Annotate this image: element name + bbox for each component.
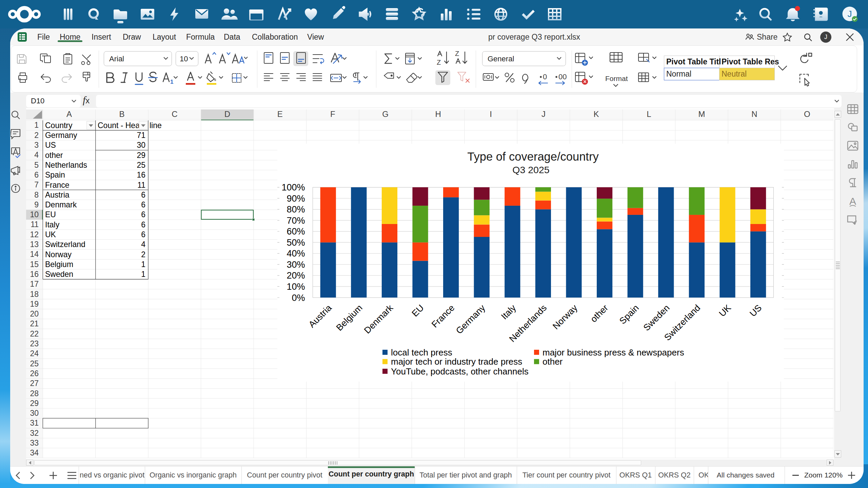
svg-text:14: 14 — [30, 250, 39, 259]
svg-text:General: General — [488, 55, 514, 63]
svg-text:line: line — [150, 121, 162, 130]
svg-text:Type of coverage/country: Type of coverage/country — [467, 150, 599, 163]
svg-text:UK: UK — [45, 230, 56, 239]
svg-text:30: 30 — [30, 409, 39, 418]
svg-text:22: 22 — [30, 329, 39, 338]
svg-text:27: 27 — [30, 379, 39, 388]
svg-text:0%: 0% — [292, 293, 305, 303]
svg-text:30%: 30% — [287, 260, 305, 270]
svg-text:Germany: Germany — [45, 131, 77, 140]
svg-text:major tech or industry trade p: major tech or industry trade press — [391, 357, 522, 367]
svg-text:32: 32 — [30, 429, 39, 438]
svg-text:26: 26 — [30, 369, 39, 378]
svg-text:A: A — [66, 110, 72, 119]
svg-text:0: 0 — [543, 73, 547, 81]
svg-text:00: 00 — [558, 73, 567, 81]
svg-text:40%: 40% — [287, 248, 305, 259]
svg-text:30: 30 — [137, 141, 146, 150]
svg-text:6: 6 — [141, 220, 146, 229]
svg-text:19: 19 — [30, 300, 39, 308]
svg-text:Denmark: Denmark — [45, 200, 77, 209]
svg-text:28: 28 — [30, 389, 39, 398]
svg-text:17: 17 — [30, 280, 39, 289]
svg-text:71: 71 — [137, 131, 146, 140]
svg-text:4: 4 — [141, 240, 146, 249]
svg-text:L: L — [647, 110, 651, 119]
svg-text:10%: 10% — [287, 282, 305, 292]
svg-text:29: 29 — [137, 151, 146, 160]
svg-text:29: 29 — [30, 399, 39, 408]
svg-text:6: 6 — [141, 200, 146, 209]
svg-text:M: M — [698, 110, 705, 119]
svg-text:50%: 50% — [287, 238, 305, 248]
svg-text:25: 25 — [30, 359, 39, 368]
svg-text:1: 1 — [141, 260, 146, 269]
svg-text:France: France — [45, 181, 70, 189]
svg-text:J: J — [541, 110, 546, 119]
svg-text:Arial: Arial — [109, 55, 124, 63]
svg-text:O: O — [804, 110, 810, 119]
svg-text:H: H — [435, 110, 441, 119]
svg-text:Z: Z — [455, 50, 459, 57]
svg-text:6: 6 — [141, 230, 146, 239]
svg-text:10: 10 — [180, 55, 188, 63]
svg-text:13: 13 — [30, 240, 39, 249]
svg-text:23: 23 — [30, 339, 39, 348]
svg-text:Z: Z — [437, 59, 441, 66]
svg-text:US: US — [45, 141, 56, 150]
svg-text:20%: 20% — [287, 270, 305, 281]
svg-text:2: 2 — [35, 131, 39, 140]
svg-text:9: 9 — [35, 200, 39, 209]
svg-text:C: C — [172, 110, 178, 119]
svg-text:7: 7 — [35, 181, 39, 189]
svg-text:6: 6 — [141, 210, 146, 219]
svg-text:Country: Country — [45, 121, 73, 130]
svg-text:12: 12 — [30, 230, 39, 239]
svg-text:Pivot Table Res: Pivot Table Res — [722, 57, 779, 66]
svg-text:Norway: Norway — [45, 250, 72, 259]
svg-text:Netherlands: Netherlands — [45, 161, 87, 169]
svg-text:15: 15 — [30, 260, 39, 269]
svg-text:Spain: Spain — [45, 171, 65, 180]
svg-text:J: J — [848, 9, 852, 19]
svg-text:G: G — [382, 110, 389, 119]
svg-text:90%: 90% — [287, 194, 305, 204]
svg-text:2: 2 — [141, 250, 146, 259]
svg-text:1: 1 — [170, 79, 173, 85]
svg-text:6: 6 — [141, 190, 146, 199]
svg-text:Austria: Austria — [45, 190, 70, 199]
svg-text:80%: 80% — [287, 204, 305, 215]
svg-text:1: 1 — [35, 121, 39, 130]
svg-text:8: 8 — [35, 190, 39, 199]
svg-text:other: other — [542, 357, 563, 367]
svg-text:N: N — [752, 110, 757, 119]
svg-text:Neutral: Neutral — [722, 69, 747, 78]
svg-text:24: 24 — [30, 349, 39, 358]
svg-text:other: other — [45, 151, 63, 160]
svg-text:Format: Format — [605, 75, 628, 82]
svg-text:20: 20 — [30, 309, 39, 318]
svg-text:33: 33 — [30, 439, 39, 447]
svg-text:11: 11 — [137, 181, 145, 189]
svg-text:major business press & newspap: major business press & newspapers — [542, 347, 684, 358]
svg-text:25: 25 — [137, 161, 146, 169]
svg-text:70%: 70% — [287, 216, 305, 226]
svg-text:16: 16 — [137, 171, 146, 180]
svg-text:B: B — [119, 110, 125, 119]
svg-text:Pivot Table Titl: Pivot Table Titl — [666, 57, 721, 66]
svg-text:11: 11 — [31, 220, 39, 229]
svg-text:34: 34 — [30, 449, 39, 458]
svg-text:Italy: Italy — [45, 220, 60, 229]
svg-text:60%: 60% — [287, 226, 305, 237]
svg-text:Sweden: Sweden — [45, 270, 73, 279]
svg-text:Switzerland: Switzerland — [45, 240, 85, 249]
svg-text:18: 18 — [30, 290, 39, 299]
svg-text:16: 16 — [30, 270, 39, 279]
svg-text:Belgium: Belgium — [45, 260, 73, 269]
svg-text:4: 4 — [35, 151, 39, 160]
svg-text:1: 1 — [141, 270, 146, 279]
svg-text:21: 21 — [30, 320, 39, 328]
svg-text:3: 3 — [35, 141, 39, 149]
svg-text:100%: 100% — [282, 182, 305, 192]
svg-text:Normal: Normal — [666, 69, 691, 78]
